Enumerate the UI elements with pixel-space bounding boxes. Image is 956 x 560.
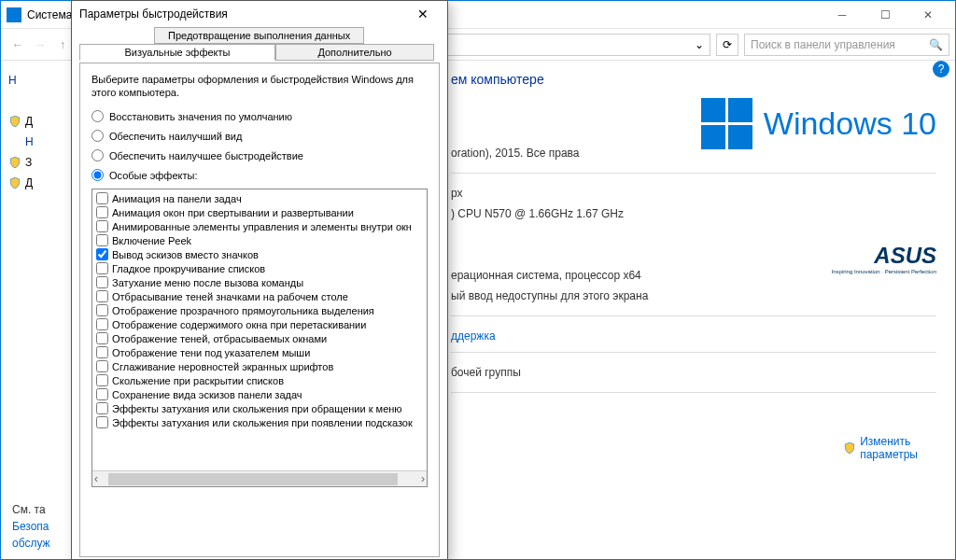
effect-checkbox[interactable] <box>96 276 108 288</box>
radio-restore-defaults[interactable]: Восстановить значения по умолчанию <box>91 110 428 122</box>
footer-links: См. та Безопа обслуж <box>1 494 62 559</box>
scrollbar-thumb[interactable] <box>108 473 398 485</box>
effect-label: Гладкое прокручивание списков <box>112 263 265 274</box>
system-icon <box>7 7 21 22</box>
effect-checkbox-item[interactable]: Отбрасывание теней значками на рабочем с… <box>94 289 425 303</box>
asus-logo: ASUS Inspiring Innovation · Persistent P… <box>701 243 936 274</box>
radio-group: Восстановить значения по умолчанию Обесп… <box>91 110 428 181</box>
radio-best-appearance[interactable]: Обеспечить наилучший вид <box>91 130 428 142</box>
touch-text: ый ввод недоступны для этого экрана <box>451 286 936 306</box>
effect-checkbox[interactable] <box>96 332 108 344</box>
effect-label: Сглаживание неровностей экранных шрифтов <box>112 361 333 372</box>
shield-icon <box>843 441 856 455</box>
dialog-description: Выберите параметры оформления и быстроде… <box>91 73 428 99</box>
refresh-button[interactable]: ⟳ <box>716 34 738 56</box>
tab-dep[interactable]: Предотвращение выполнения данных <box>154 27 364 44</box>
footer-link[interactable]: Безопа <box>12 518 50 535</box>
radio-best-performance[interactable]: Обеспечить наилучшее быстродействие <box>91 149 428 161</box>
search-placeholder: Поиск в панели управления <box>751 38 895 51</box>
radio-custom[interactable]: Особые эффекты: <box>91 169 428 181</box>
effect-checkbox-item[interactable]: Затухание меню после вызова команды <box>94 275 425 289</box>
effect-checkbox-item[interactable]: Скольжение при раскрытии списков <box>94 373 425 387</box>
effect-label: Отображение содержимого окна при перетас… <box>112 319 366 330</box>
effect-checkbox-item[interactable]: Эффекты затухания или скольжения при обр… <box>94 401 425 415</box>
tab-advanced[interactable]: Дополнительно <box>275 44 434 61</box>
tab-visual-effects[interactable]: Визуальные эффекты <box>79 44 275 61</box>
effect-checkbox[interactable] <box>96 248 108 260</box>
effect-checkbox-item[interactable]: Отображение прозрачного прямоугольника в… <box>94 303 425 317</box>
effect-checkbox-item[interactable]: Отображение содержимого окна при перетас… <box>94 317 425 331</box>
effect-checkbox[interactable] <box>96 416 108 428</box>
sidebar-letter: Н <box>8 74 40 87</box>
performance-options-dialog: Параметры быстродействия ✕ Предотвращени… <box>71 0 448 560</box>
effect-checkbox-item[interactable]: Включение Peek <box>94 233 425 247</box>
effect-label: Отображение тени под указателем мыши <box>112 347 310 358</box>
effect-checkbox-item[interactable]: Анимация на панели задач <box>94 191 425 205</box>
close-button[interactable]: ✕ <box>907 1 949 29</box>
maximize-button[interactable]: ☐ <box>864 1 907 29</box>
dialog-title: Параметры быстродействия <box>79 7 228 21</box>
workgroup-text: бочей группы <box>451 362 936 383</box>
shield-icon <box>8 115 21 128</box>
effect-label: Анимация окон при свертывании и разверты… <box>112 207 354 218</box>
effect-checkbox[interactable] <box>96 290 108 302</box>
effect-checkbox-item[interactable]: Анимация окон при свертывании и разверты… <box>94 205 425 219</box>
shield-icon <box>8 176 21 189</box>
effect-checkbox-item[interactable]: Сохранение вида эскизов панели задач <box>94 387 425 401</box>
back-button[interactable]: ← <box>7 34 29 56</box>
effect-checkbox-item[interactable]: Гладкое прокручивание списков <box>94 261 425 275</box>
effect-checkbox[interactable] <box>96 346 108 358</box>
horizontal-scrollbar[interactable]: ‹ › <box>92 470 427 486</box>
effect-checkbox[interactable] <box>96 318 108 330</box>
forward-button: → <box>29 34 51 56</box>
support-link[interactable]: ддержка <box>451 326 936 346</box>
effect-checkbox-item[interactable]: Отображение теней, отбрасываемых окнами <box>94 331 425 345</box>
effect-checkbox-item[interactable]: Отображение тени под указателем мыши <box>94 345 425 359</box>
effect-checkbox[interactable] <box>96 402 108 414</box>
effect-label: Эффекты затухания или скольжения при поя… <box>112 417 413 428</box>
effect-label: Вывод эскизов вместо значков <box>112 249 259 260</box>
effect-checkbox-item[interactable]: Вывод эскизов вместо значков <box>94 247 425 261</box>
search-icon: 🔍 <box>929 38 943 51</box>
scroll-left-icon[interactable]: ‹ <box>94 472 98 485</box>
effect-checkbox[interactable] <box>96 262 108 274</box>
effect-checkbox[interactable] <box>96 360 108 372</box>
effect-label: Сохранение вида эскизов панели задач <box>112 389 302 400</box>
footer-link: См. та <box>12 501 50 518</box>
shield-icon <box>8 156 21 169</box>
effect-checkbox-item[interactable]: Анимированные элементы управления и элем… <box>94 219 425 233</box>
dialog-close-button[interactable]: ✕ <box>406 3 440 25</box>
change-settings-link[interactable]: Изменить параметры <box>843 435 918 461</box>
effect-checkbox[interactable] <box>96 234 108 246</box>
effect-label: Эффекты затухания или скольжения при обр… <box>112 403 402 414</box>
sidebar-letter: Н <box>25 135 40 148</box>
effect-label: Анимированные элементы управления и элем… <box>112 221 412 232</box>
effect-checkbox[interactable] <box>96 220 108 232</box>
effect-label: Отбрасывание теней значками на рабочем с… <box>112 291 348 302</box>
effect-checkbox[interactable] <box>96 388 108 400</box>
effect-checkbox[interactable] <box>96 206 108 218</box>
effect-label: Включение Peek <box>112 235 191 246</box>
effect-label: Затухание меню после вызова команды <box>112 277 303 288</box>
dialog-panel: Выберите параметры оформления и быстроде… <box>79 63 440 557</box>
sidebar: Н Д Н З Д <box>1 61 40 559</box>
windows10-logo: Windows 10 <box>701 98 936 149</box>
effect-checkbox[interactable] <box>96 192 108 204</box>
chevron-down-icon[interactable]: ⌄ <box>695 38 704 51</box>
search-input[interactable]: Поиск в панели управления 🔍 <box>744 34 949 56</box>
effect-checkbox[interactable] <box>96 374 108 386</box>
scroll-right-icon[interactable]: › <box>421 472 425 485</box>
effect-checkbox-item[interactable]: Сглаживание неровностей экранных шрифтов <box>94 359 425 373</box>
effect-checkbox-item[interactable]: Эффекты затухания или скольжения при поя… <box>94 415 425 429</box>
effect-label: Отображение теней, отбрасываемых окнами <box>112 333 327 344</box>
dialog-titlebar: Параметры быстродействия ✕ <box>72 1 447 27</box>
effect-label: Анимация на панели задач <box>112 193 242 204</box>
effects-checklist[interactable]: Анимация на панели задачАнимация окон пр… <box>91 189 428 487</box>
effect-checkbox[interactable] <box>96 304 108 316</box>
effect-label: Скольжение при раскрытии списков <box>112 375 284 386</box>
effect-label: Отображение прозрачного прямоугольника в… <box>112 305 374 316</box>
minimize-button[interactable]: ─ <box>821 1 864 29</box>
footer-link[interactable]: обслуж <box>12 535 50 552</box>
